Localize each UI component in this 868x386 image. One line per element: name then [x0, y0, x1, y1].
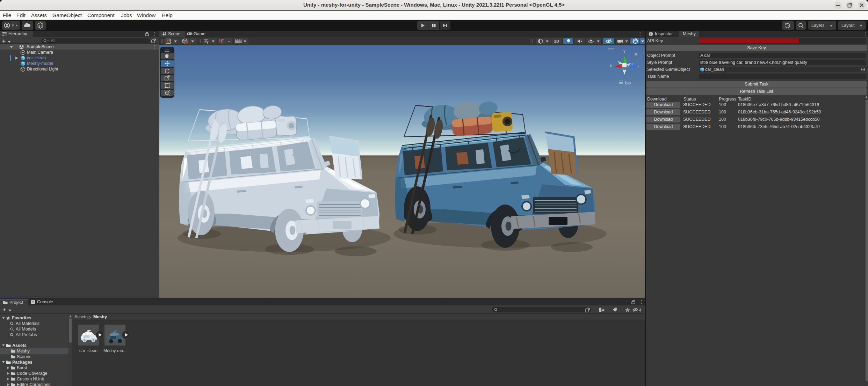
svg-text:4: 4 [639, 308, 642, 313]
svg-text:y: y [623, 49, 625, 53]
svg-text:z: z [637, 64, 639, 68]
svg-text:Y: Y [12, 23, 14, 28]
svg-text:Y: Y [207, 41, 209, 44]
svg-text:x: x [610, 63, 612, 68]
svg-text:p: p [39, 23, 42, 28]
svg-text:Iso: Iso [625, 80, 631, 86]
